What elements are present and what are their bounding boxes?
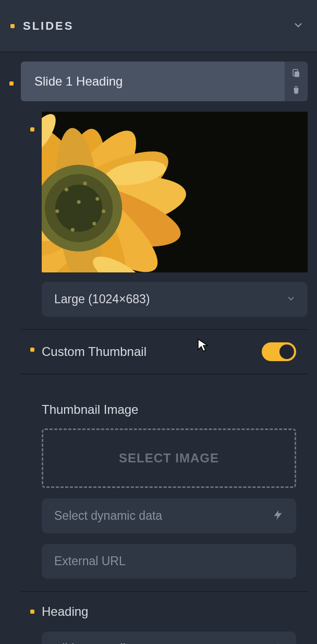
image-block: Large (1024×683) xyxy=(42,112,308,317)
slide-image-preview[interactable] xyxy=(42,112,308,272)
chevron-down-icon[interactable] xyxy=(292,19,304,33)
select-dynamic-data-button[interactable]: Select dynamic data xyxy=(42,498,296,533)
heading-section: Heading Slide 1 Heading xyxy=(21,591,308,644)
panel-body: Large (1024×683) Custom Thumbnail Thum xyxy=(0,52,317,644)
slide-heading-actions xyxy=(285,62,308,101)
select-image-button[interactable]: SELECT IMAGE xyxy=(42,428,296,488)
delete-icon[interactable] xyxy=(290,84,302,96)
svg-point-21 xyxy=(71,228,75,232)
thumbnail-image-label: Thumbnail Image xyxy=(42,402,308,417)
image-size-select[interactable]: Large (1024×683) xyxy=(42,282,308,317)
select-dynamic-data-label: Select dynamic data xyxy=(54,509,162,523)
heading-field[interactable]: Slide 1 Heading xyxy=(42,631,296,644)
drag-handle-icon[interactable] xyxy=(30,348,34,352)
custom-thumbnail-label: Custom Thumbnail xyxy=(42,344,147,359)
bolt-icon xyxy=(272,642,284,645)
svg-point-17 xyxy=(83,182,87,185)
drag-handle-icon[interactable] xyxy=(9,81,14,86)
panel-header[interactable]: SLIDES xyxy=(0,0,317,52)
svg-point-22 xyxy=(102,209,105,213)
svg-point-16 xyxy=(65,188,68,192)
slide-heading-row xyxy=(21,62,308,101)
slide-card: Large (1024×683) Custom Thumbnail Thum xyxy=(21,62,308,644)
drag-handle-icon[interactable] xyxy=(30,610,34,614)
image-size-select-row: Large (1024×683) xyxy=(42,282,308,317)
svg-point-18 xyxy=(95,197,99,200)
toggle-knob xyxy=(279,344,294,359)
panel-title: SLIDES xyxy=(23,19,74,33)
custom-thumbnail-toggle[interactable] xyxy=(262,342,296,361)
external-url-label: External URL xyxy=(54,554,126,568)
svg-point-19 xyxy=(55,209,59,213)
copy-icon[interactable] xyxy=(290,67,302,79)
drag-handle-icon[interactable] xyxy=(30,127,34,132)
bolt-icon xyxy=(272,509,284,523)
select-image-label: SELECT IMAGE xyxy=(119,451,219,466)
svg-rect-0 xyxy=(295,71,299,77)
svg-point-20 xyxy=(92,222,96,225)
svg-point-23 xyxy=(77,200,81,204)
heading-field-value: Slide 1 Heading xyxy=(54,642,139,644)
external-url-button[interactable]: External URL xyxy=(42,544,296,579)
slide-heading-input[interactable] xyxy=(21,62,285,101)
heading-section-label: Heading xyxy=(42,604,88,618)
custom-thumbnail-section: Custom Thumbnail xyxy=(21,329,308,361)
thumbnail-image-section: Thumbnail Image SELECT IMAGE Select dyna… xyxy=(21,374,308,579)
